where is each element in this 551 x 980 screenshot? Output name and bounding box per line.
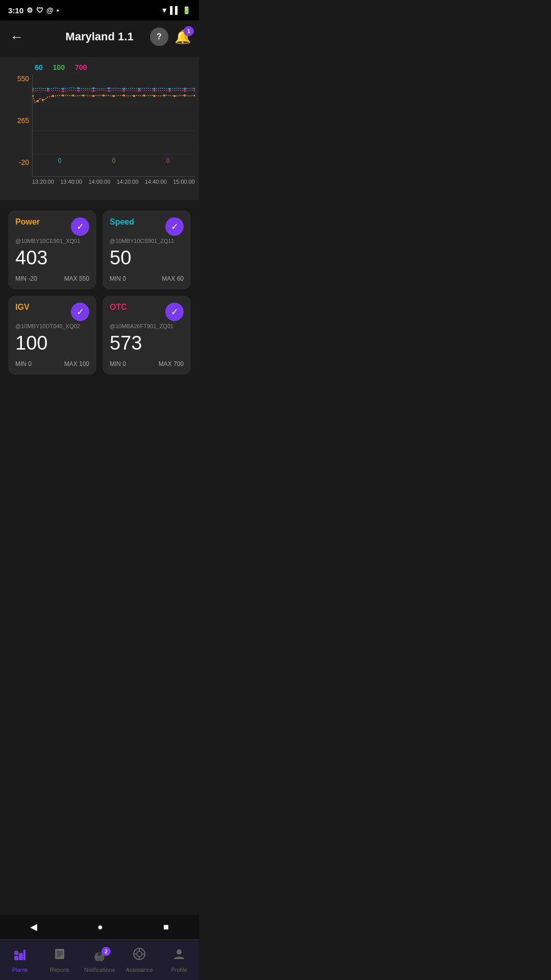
card-power-sensor: @10MBY10CE901_XQ01 <box>15 238 89 244</box>
svg-point-16 <box>33 90 34 92</box>
card-speed-sensor: @10MBY10CS901_ZQ11 <box>110 238 184 244</box>
chart-plot: 0 0 0 <box>32 75 195 177</box>
nav-label-assistance: Assistance <box>126 967 153 973</box>
y-label-top: 550 <box>4 75 32 83</box>
status-time: 3:10 ⚙ 🛡 @ ▪ <box>8 6 59 15</box>
legend-val2: 100 <box>53 63 65 71</box>
header-right: ? 🔔 1 <box>150 28 191 46</box>
svg-point-10 <box>123 88 125 90</box>
svg-point-27 <box>194 90 195 92</box>
legend-val1: 60 <box>35 63 43 71</box>
home-system-button[interactable]: ● <box>85 918 115 937</box>
card-power-title: Power <box>15 217 40 227</box>
svg-rect-46 <box>14 956 18 960</box>
svg-rect-51 <box>57 951 63 952</box>
svg-point-31 <box>52 95 54 97</box>
svg-point-33 <box>72 94 74 96</box>
card-icon: ▪ <box>57 6 59 14</box>
nav-item-plants[interactable]: Plants <box>0 943 40 977</box>
svg-point-23 <box>138 90 140 92</box>
header-left: ← <box>8 27 26 47</box>
svg-point-19 <box>77 90 79 92</box>
signal-icon: ▌▌ <box>170 6 180 14</box>
card-igv-value: 100 <box>15 332 89 354</box>
nav-label-profile: Profile <box>171 967 187 973</box>
svg-rect-53 <box>57 955 61 957</box>
svg-rect-48 <box>23 950 26 960</box>
svg-point-28 <box>33 95 34 97</box>
nav-label-reports: Reports <box>50 967 70 973</box>
bell-button[interactable]: 🔔 1 <box>174 29 191 45</box>
svg-point-42 <box>163 94 165 96</box>
nav-item-reports[interactable]: Reports <box>40 943 80 977</box>
card-speed-min: MIN 0 <box>110 275 126 282</box>
chart-svg <box>33 75 195 156</box>
svg-point-44 <box>184 94 186 96</box>
nav-item-assistance[interactable]: Assistance <box>119 943 159 977</box>
svg-point-55 <box>97 952 102 956</box>
svg-rect-52 <box>57 953 63 954</box>
plants-icon <box>13 947 27 965</box>
y-label-bot: -20 <box>4 158 32 166</box>
shield-icon: 🛡 <box>36 6 43 14</box>
card-speed-value: 50 <box>110 247 184 269</box>
status-icons: ▼ ▌▌ 🔋 <box>161 6 191 14</box>
svg-point-32 <box>62 94 64 96</box>
chart-legend: 60 100 700 <box>4 63 195 71</box>
svg-point-7 <box>77 87 79 89</box>
reports-icon <box>53 947 67 965</box>
chart-container: 60 100 700 550 265 -20 <box>0 57 199 200</box>
y-label-mid: 265 <box>4 116 32 125</box>
svg-point-22 <box>123 90 125 92</box>
back-system-button[interactable]: ◀ <box>18 917 49 937</box>
svg-point-11 <box>138 88 140 90</box>
recent-system-button[interactable]: ■ <box>151 918 181 937</box>
legend-val3: 700 <box>75 63 87 71</box>
chart-min-cyan: 0 <box>58 157 62 164</box>
help-button[interactable]: ? <box>150 28 168 46</box>
svg-point-4 <box>33 88 34 90</box>
card-igv-header: IGV ✓ <box>15 303 89 321</box>
svg-point-6 <box>62 88 64 90</box>
svg-point-15 <box>194 88 195 90</box>
card-igv-minmax: MIN 0 MAX 100 <box>15 360 89 368</box>
nav-label-notifications: Notifications <box>84 967 115 973</box>
svg-point-30 <box>42 99 44 101</box>
wifi-icon: ▼ <box>161 6 168 14</box>
svg-point-8 <box>92 87 94 89</box>
svg-point-43 <box>173 95 176 97</box>
x-label-1: 13:40:00 <box>60 179 82 185</box>
card-otc-min: MIN 0 <box>110 360 126 368</box>
svg-point-13 <box>168 88 170 90</box>
nav-item-notifications[interactable]: 2 Notifications <box>80 943 119 977</box>
svg-point-41 <box>154 95 156 97</box>
svg-point-35 <box>92 95 94 97</box>
card-power-max: MAX 550 <box>64 275 89 282</box>
card-igv-sensor: @10MBY10DT040_XQ02 <box>15 323 89 329</box>
chart-inner: 550 265 -20 <box>4 75 195 177</box>
card-speed-title: Speed <box>110 217 134 227</box>
svg-point-9 <box>108 87 110 89</box>
card-power-minmax: MIN -20 MAX 550 <box>15 275 89 282</box>
back-button[interactable]: ← <box>8 27 26 47</box>
nav-item-profile[interactable]: Profile <box>159 943 199 977</box>
card-power-check: ✓ <box>71 217 89 236</box>
bottom-nav: Plants Reports 2 Not <box>0 939 199 980</box>
card-otc-header: OTC ✓ <box>110 303 184 321</box>
svg-point-5 <box>47 88 49 90</box>
y-axis: 550 265 -20 <box>4 75 32 177</box>
assistance-icon <box>132 947 146 965</box>
card-otc-sensor: @10MBA26FT901_ZQ01 <box>110 323 184 329</box>
svg-point-64 <box>177 949 182 954</box>
svg-point-20 <box>92 90 94 92</box>
svg-rect-49 <box>14 951 18 955</box>
card-igv: IGV ✓ @10MBY10DT040_XQ02 100 MIN 0 MAX 1… <box>8 296 96 375</box>
x-axis-labels: 13:20:00 13:40:00 14:00:00 14:20:00 14:4… <box>4 177 195 185</box>
header: ← Maryland 1.1 ? 🔔 1 <box>0 20 199 53</box>
card-speed-check: ✓ <box>165 217 184 236</box>
svg-point-37 <box>113 95 115 97</box>
settings-icon: ⚙ <box>27 6 33 14</box>
svg-point-25 <box>168 90 170 92</box>
x-label-0: 13:20:00 <box>32 179 54 185</box>
chart-min-green: 0 <box>112 157 116 164</box>
